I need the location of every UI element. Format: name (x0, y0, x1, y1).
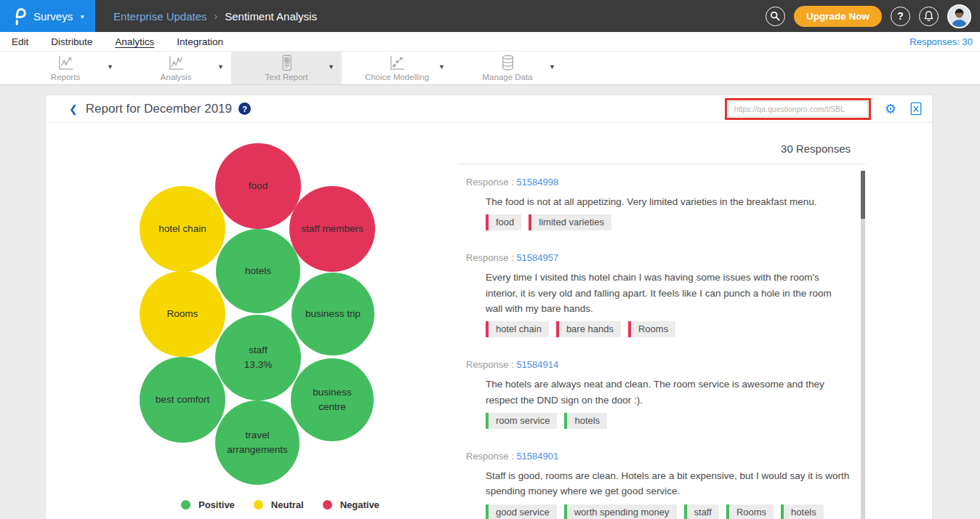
topbar: Surveys ▼ Enterprise Updates › Sentiment… (0, 0, 980, 32)
question-mark-icon: ? (897, 11, 904, 21)
share-url-input[interactable]: https://qa.questionpro.com/t/SBL (728, 101, 868, 117)
analytics-toolbar: Reports▼Analysis▼Text Report▼Choice Mode… (0, 52, 980, 85)
breadcrumb-separator: › (214, 10, 218, 22)
toolbar-manage-data[interactable]: Manage Data▼ (452, 52, 563, 84)
help-button[interactable]: ? (891, 7, 910, 26)
response-id-link[interactable]: 51584914 (516, 359, 558, 370)
tag-room-service[interactable]: room service (486, 413, 557, 429)
breadcrumb-survey-name[interactable]: Enterprise Updates (113, 10, 206, 23)
bubble-business-trip[interactable]: business trip (292, 273, 374, 355)
upgrade-now-button[interactable]: Upgrade Now (794, 6, 882, 27)
bubble-label: food (249, 179, 268, 193)
tag-staff[interactable]: staff (684, 504, 719, 519)
response-tags: room servicehotels (486, 413, 851, 429)
bubble-label: staff13.3% (244, 343, 272, 371)
back-button[interactable]: ❮ (69, 103, 78, 115)
toolbar-item-label: Manage Data (482, 73, 532, 81)
tag-good-service[interactable]: good service (486, 504, 557, 519)
tag-rooms[interactable]: Rooms (726, 504, 774, 519)
response-label: Response : (466, 252, 516, 263)
toolbar-text-report[interactable]: Text Report▼ (231, 52, 342, 84)
tag-worth-spending-money[interactable]: worth spending money (564, 504, 677, 519)
legend-dot (254, 500, 263, 510)
response-id-link[interactable]: 51584901 (516, 451, 558, 462)
response-label: Response : (466, 451, 516, 462)
user-avatar[interactable] (947, 4, 971, 28)
bubble-travel-arrangements[interactable]: travel arrangements (215, 401, 300, 485)
response-header: Response : 51584957 (466, 252, 851, 263)
scrollbar-thumb[interactable] (861, 171, 865, 219)
chevron-down-icon[interactable]: ▼ (549, 63, 555, 71)
tag-hotels[interactable]: hotels (564, 413, 607, 429)
bubble-label: hotel chain (158, 222, 206, 236)
chevron-down-icon[interactable]: ▼ (328, 63, 334, 71)
response-text: Staff is good, rooms are clean. Hotels a… (486, 468, 851, 499)
questionpro-logo (13, 7, 27, 25)
bell-icon (923, 10, 934, 22)
search-button[interactable] (766, 7, 785, 26)
bubble-business-centre[interactable]: business centre (291, 358, 374, 441)
chevron-down-icon[interactable]: ▼ (217, 63, 224, 71)
avatar-photo (949, 6, 970, 27)
bubble-staff[interactable]: staff13.3% (215, 315, 301, 401)
nav-tab-integration[interactable]: Integration (177, 36, 223, 47)
report-body: foodhotel chainstaff membershotelsRoomsb… (46, 123, 932, 519)
tag-bare-hands[interactable]: bare hands (556, 321, 621, 337)
response-id-link[interactable]: 51584957 (516, 252, 558, 263)
chevron-down-icon[interactable]: ▼ (438, 63, 445, 71)
bubble-hotels[interactable]: hotels (216, 229, 300, 313)
tag-food[interactable]: food (486, 214, 521, 230)
legend-negative: Negative (323, 499, 379, 510)
bubble-label: business trip (305, 307, 361, 321)
surveys-product-menu[interactable]: Surveys ▼ (0, 0, 95, 32)
bubble-container: foodhotel chainstaff membershotelsRoomsb… (46, 123, 457, 519)
report-card: ❮ Report for December 2019 ? https://qa.… (45, 94, 933, 519)
breadcrumb: Enterprise Updates › Sentiment Analysis (113, 10, 317, 23)
legend-dot (323, 500, 332, 510)
nav-tab-edit[interactable]: Edit (12, 36, 28, 47)
toolbar-item-label: Choice Modelling (365, 73, 429, 81)
title-help-icon[interactable]: ? (238, 102, 251, 115)
bubble-best-comfort[interactable]: best comfort (140, 357, 225, 443)
response-item: Response : 51584914The hotels are always… (466, 359, 851, 429)
settings-gear-icon[interactable]: ⚙ (885, 102, 896, 116)
bubble-label: best comfort (156, 393, 209, 407)
bubble-food[interactable]: food (215, 143, 301, 229)
tag-hotels[interactable]: hotels (781, 504, 824, 519)
text-report-icon (278, 55, 296, 72)
responses-count[interactable]: Responses: 30 (909, 36, 973, 47)
response-id-link[interactable]: 51584998 (516, 177, 558, 188)
bubble-rooms[interactable]: Rooms (140, 271, 225, 357)
legend-label: Neutral (271, 499, 304, 510)
responses-panel: 30 Responses Response : 51584998The food… (457, 123, 865, 519)
bubble-hotel-chain[interactable]: hotel chain (140, 186, 225, 272)
response-header: Response : 51584901 (466, 451, 851, 462)
page-title: Report for December 2019 (86, 102, 232, 116)
toolbar-reports[interactable]: Reports▼ (10, 52, 121, 84)
notifications-button[interactable] (919, 7, 939, 26)
toolbar-item-label: Text Report (265, 73, 308, 81)
response-text: Every time I visited this hotel chain I … (486, 270, 851, 316)
nav-tab-distribute[interactable]: Distribute (51, 36, 92, 47)
chevron-down-icon[interactable]: ▼ (107, 63, 113, 71)
tag-limited-varieties[interactable]: limited varieties (529, 214, 611, 230)
legend-dot (181, 500, 190, 510)
scrollbar-track[interactable] (861, 171, 865, 519)
breadcrumb-current-page: Sentiment Analysis (225, 10, 317, 23)
tag-hotel-chain[interactable]: hotel chain (486, 321, 549, 337)
tag-rooms[interactable]: Rooms (628, 321, 675, 337)
response-header: Response : 51584914 (466, 359, 851, 370)
chart-legend: PositiveNeutralNegative (181, 499, 379, 510)
topbar-actions: Upgrade Now ? (766, 4, 980, 28)
response-tags: hotel chainbare handsRooms (486, 321, 851, 337)
share-url-highlight: https://qa.questionpro.com/t/SBL (725, 98, 871, 120)
export-excel-button[interactable] (910, 102, 922, 116)
search-icon (770, 11, 780, 21)
report-header: ❮ Report for December 2019 ? https://qa.… (46, 95, 932, 123)
toolbar-analysis[interactable]: Analysis▼ (121, 52, 231, 84)
bubble-staff-members[interactable]: staff members (289, 186, 375, 272)
toolbar-choice-modelling[interactable]: Choice Modelling▼ (342, 52, 452, 84)
nav-tab-analytics[interactable]: Analytics (115, 36, 154, 47)
trend-chart-icon (167, 55, 185, 72)
bubble-label: Rooms (167, 307, 198, 321)
